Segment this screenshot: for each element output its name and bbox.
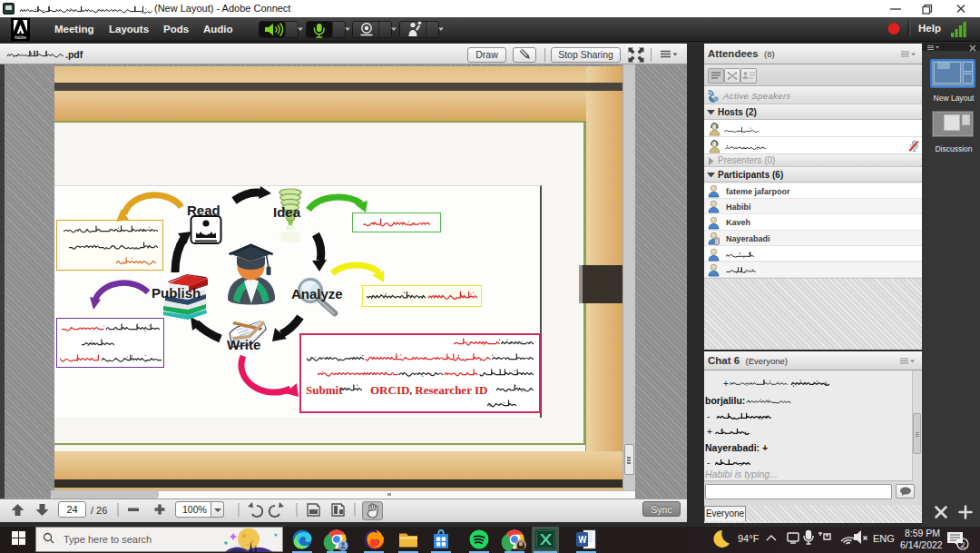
- svg-text:8:59 PM: 8:59 PM: [905, 528, 940, 538]
- svg-text:ENG: ENG: [873, 533, 895, 544]
- svg-text:2: 2: [960, 539, 965, 549]
- svg-text:6/14/2022: 6/14/2022: [900, 539, 943, 550]
